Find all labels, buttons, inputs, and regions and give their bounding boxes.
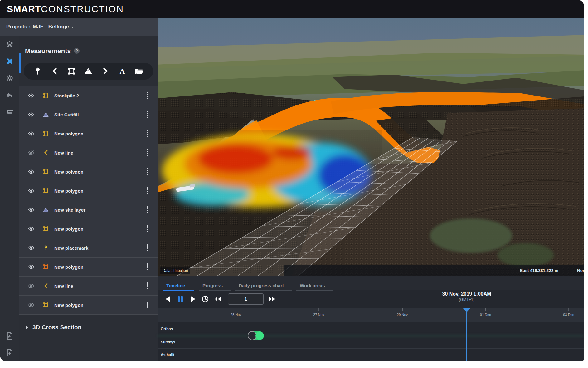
measurement-item[interactable]: New polygon — [19, 162, 158, 181]
cross-section-header[interactable]: 3D Cross Section — [26, 324, 158, 331]
measurement-item[interactable]: New polygon — [19, 181, 158, 200]
measurement-label: New polygon — [54, 226, 83, 232]
vehicle-icon[interactable] — [0, 86, 19, 103]
file-download-icon[interactable] — [0, 344, 19, 361]
pdf-file-icon[interactable] — [0, 327, 19, 344]
kebab-menu-icon[interactable] — [146, 205, 149, 214]
folder-icon[interactable] — [0, 103, 19, 120]
measurement-label: New line — [54, 150, 73, 155]
polygon-icon — [43, 188, 49, 194]
date-ruler[interactable]: 25 Nov27 Nov29 Nov01 Dec03 Dec — [158, 308, 584, 322]
play-button[interactable] — [187, 294, 198, 304]
visibility-toggle[interactable] — [28, 112, 35, 117]
settings-gear-icon[interactable] — [0, 70, 19, 86]
step-back-button[interactable] — [163, 294, 173, 304]
arrow-tool-icon[interactable] — [99, 65, 112, 77]
track-label: Surveys — [161, 340, 175, 344]
kebab-menu-icon[interactable] — [146, 91, 149, 100]
visibility-toggle[interactable] — [28, 131, 35, 136]
ruler-tick: 25 Nov — [231, 308, 241, 316]
line-tool-icon[interactable] — [48, 65, 61, 77]
breadcrumb-bar: Projects›MJE - Bellinge▾ — [0, 18, 158, 36]
measurement-label: Stockpile 2 — [54, 93, 79, 98]
fast-forward-button[interactable] — [267, 294, 277, 304]
measurement-item[interactable]: New polygon — [19, 124, 158, 143]
measurement-label: New site layer — [54, 207, 85, 213]
line-icon — [43, 283, 49, 289]
measurement-item[interactable]: New line — [19, 143, 158, 162]
measurement-item[interactable]: New polygon — [19, 296, 158, 315]
measure-tools-icon[interactable] — [0, 53, 19, 70]
kebab-menu-icon[interactable] — [146, 300, 149, 310]
tab-work-areas[interactable]: Work areas — [296, 280, 333, 290]
measurement-label: New line — [54, 283, 73, 289]
kebab-menu-icon[interactable] — [146, 110, 149, 119]
data-attribution-link[interactable]: Data attribution — [160, 267, 190, 274]
polygon-icon — [43, 93, 49, 98]
breadcrumb[interactable]: Projects›MJE - Bellinge▾ — [6, 24, 73, 30]
app-window: SMARTCONSTRUCTION Projects›MJE - Belling… — [0, 0, 584, 361]
text-tool-icon[interactable]: A — [116, 65, 129, 77]
playhead-marker[interactable] — [463, 308, 471, 312]
visibility-toggle[interactable] — [28, 150, 35, 155]
visibility-toggle[interactable] — [28, 207, 35, 212]
line-icon — [43, 150, 49, 155]
visibility-toggle[interactable] — [28, 302, 35, 307]
timeline-panel: TimelineProgressDaily progress chartWork… — [158, 276, 584, 361]
measurement-label: New polygon — [54, 264, 83, 270]
kebab-menu-icon[interactable] — [146, 224, 149, 233]
kebab-menu-icon[interactable] — [146, 262, 149, 272]
visibility-toggle[interactable] — [28, 188, 35, 193]
measurement-item[interactable]: New placemark — [19, 238, 158, 258]
timeline-tracks: Orthos Surveys As built — [158, 322, 584, 361]
breadcrumb-root[interactable]: Projects — [6, 24, 27, 30]
tab-progress[interactable]: Progress — [199, 280, 231, 290]
site-layer-tool-icon[interactable] — [82, 65, 95, 77]
tab-daily-progress-chart[interactable]: Daily progress chart — [235, 280, 292, 290]
rewind-button[interactable] — [212, 294, 223, 304]
polygon-tool-icon[interactable] — [65, 65, 78, 77]
timeline-tabs: TimelineProgressDaily progress chartWork… — [158, 276, 584, 290]
tab-timeline[interactable]: Timeline — [163, 280, 194, 290]
placemark-tool-icon[interactable] — [32, 65, 44, 77]
kebab-menu-icon[interactable] — [146, 129, 149, 138]
logo-light: CONSTRUCTION — [41, 4, 124, 14]
measurement-item[interactable]: New polygon — [19, 219, 158, 238]
ruler-tick-label: 27 Nov — [313, 313, 324, 316]
triangle-icon — [43, 112, 49, 117]
measurement-item[interactable]: New site layer — [19, 200, 158, 219]
visibility-toggle[interactable] — [28, 169, 35, 174]
visibility-toggle[interactable] — [28, 264, 35, 269]
visibility-toggle[interactable] — [28, 245, 35, 250]
active-nav-indicator — [19, 53, 21, 73]
current-date: 30 Nov, 2019 1:00AM — [442, 291, 491, 297]
measurement-item[interactable]: Site Cut/fill — [19, 105, 158, 124]
east-coordinate: East 419,381.222 m — [520, 268, 558, 273]
help-icon[interactable]: ? — [74, 48, 80, 54]
clock-button[interactable] — [200, 294, 211, 304]
ruler-tick-label: 25 Nov — [231, 313, 241, 316]
visibility-toggle[interactable] — [28, 226, 35, 231]
track-label: As built — [161, 353, 174, 357]
measurement-item[interactable]: Stockpile 2 — [19, 86, 158, 105]
kebab-menu-icon[interactable] — [146, 243, 149, 253]
kebab-menu-icon[interactable] — [146, 186, 149, 195]
kebab-menu-icon[interactable] — [146, 167, 149, 176]
pause-button[interactable] — [175, 294, 186, 304]
visibility-toggle[interactable] — [28, 93, 35, 98]
triangle-icon — [43, 207, 49, 213]
surveys-toggle[interactable] — [249, 331, 264, 340]
measurement-item[interactable]: New polygon — [19, 258, 158, 277]
measurement-item[interactable]: New line — [19, 277, 158, 296]
kebab-menu-icon[interactable] — [146, 281, 149, 291]
chevron-down-icon[interactable]: ▾ — [71, 25, 73, 29]
map-3d-view[interactable]: Data attribution East 419,381.222 m Nort… — [158, 18, 584, 276]
breadcrumb-project[interactable]: MJE - Bellinge — [33, 24, 69, 30]
layers-icon[interactable] — [0, 36, 19, 53]
visibility-toggle[interactable] — [28, 283, 35, 288]
playback-controls: 30 Nov, 2019 1:00AM (GMT+1) — [158, 290, 584, 308]
measurement-label: New polygon — [54, 169, 83, 174]
frame-step-input[interactable] — [228, 293, 264, 305]
kebab-menu-icon[interactable] — [146, 148, 149, 157]
folder-tool-icon[interactable] — [133, 65, 145, 77]
